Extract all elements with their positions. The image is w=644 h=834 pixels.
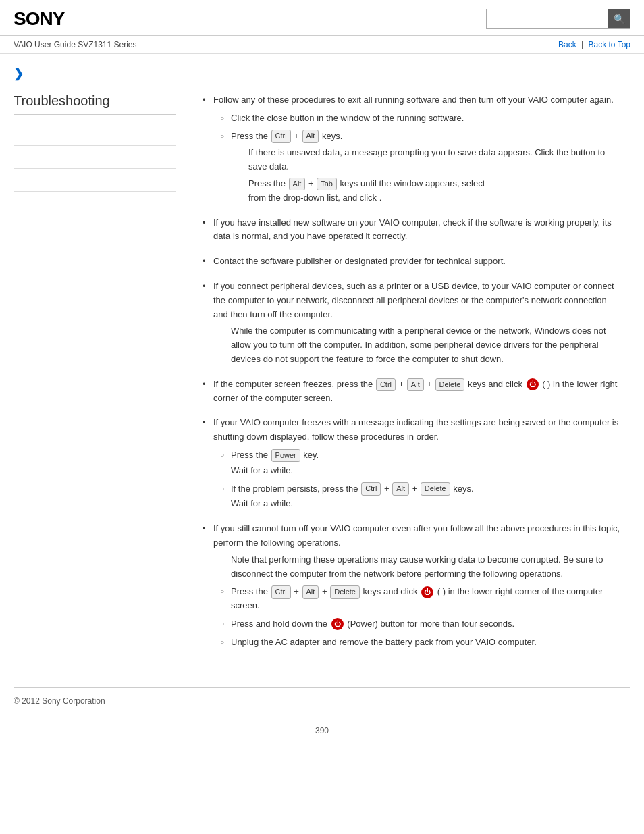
- sidebar-item-7[interactable]: [14, 192, 176, 203]
- bullet1-sublist: Click the close button in the window of …: [220, 111, 624, 205]
- key-ctrl: Ctrl: [271, 130, 291, 143]
- bullet7-text: If you still cannot turn off your VAIO c…: [213, 523, 620, 548]
- key-ctrl3: Ctrl: [361, 482, 381, 496]
- key-del: Delete: [435, 378, 465, 392]
- bullet5-keys-suffix: keys and click: [468, 379, 522, 389]
- sidebar-item-4[interactable]: [14, 157, 176, 169]
- sidebar-item-1[interactable]: [14, 123, 176, 134]
- sidebar-item-3[interactable]: [14, 146, 176, 157]
- key-ctrl2: Ctrl: [376, 378, 396, 392]
- key-power-soft: Power: [271, 449, 300, 463]
- key-del2: Delete: [421, 482, 450, 496]
- power-icon-2: [421, 586, 433, 598]
- footer: © 2012 Sony Corporation: [0, 688, 644, 719]
- bullet-item-1: Follow any of these procedures to exit a…: [203, 93, 624, 205]
- bullet7-note: Note that performing these operations ma…: [231, 553, 624, 581]
- bullet-item-4: If you connect peripheral devices, such …: [203, 280, 624, 367]
- breadcrumb-arrow: ❯: [0, 54, 644, 86]
- main-bullet-list: Follow any of these procedures to exit a…: [203, 93, 624, 650]
- bullet-item-7: If you still cannot turn off your VAIO c…: [203, 522, 624, 649]
- key-alt2: Alt: [289, 178, 306, 191]
- nav-links: Back | Back to Top: [558, 40, 630, 49]
- key-alt4: Alt: [392, 482, 409, 496]
- bullet3-text: Contact the software publisher or design…: [213, 256, 506, 266]
- bullet2-text: If you have installed new software on yo…: [213, 217, 612, 242]
- bullet1-text: Follow any of these procedures to exit a…: [213, 95, 614, 105]
- bullet1-sub2-prefix: Press the: [231, 131, 268, 141]
- bullet-item-3: Contact the software publisher or design…: [203, 255, 624, 269]
- sidebar-item-2[interactable]: [14, 134, 176, 146]
- bullet1-sub2-note: If there is unsaved data, a message prom…: [248, 146, 624, 174]
- content-area: Follow any of these procedures to exit a…: [189, 86, 630, 674]
- key-del3: Delete: [330, 585, 360, 599]
- sony-logo: SONY: [14, 8, 64, 30]
- back-link[interactable]: Back: [558, 40, 576, 49]
- search-button[interactable]: 🔍: [608, 9, 630, 28]
- guide-title: VAIO User Guide SVZ1311 Series: [14, 40, 137, 49]
- bullet7-sub3: Unplug the AC adapter and remove the bat…: [220, 635, 624, 650]
- back-to-top-link[interactable]: Back to Top: [589, 40, 630, 49]
- search-input[interactable]: [487, 9, 608, 28]
- bullet-item-2: If you have installed new software on yo…: [203, 216, 624, 244]
- bullet6-sublist: Press the Power key. Wait for a while. I…: [220, 448, 624, 511]
- sidebar: Troubleshooting: [14, 86, 189, 674]
- bullet5-prefix: If the computer screen freezes, press th…: [213, 379, 373, 389]
- bullet-item-6: If your VAIO computer freezes with a mes…: [203, 416, 624, 511]
- bullet7-sub1: Press the Ctrl + Alt + Delete keys and c…: [220, 585, 624, 613]
- bullet7-sublist: Press the Ctrl + Alt + Delete keys and c…: [220, 585, 624, 649]
- nav-separator: |: [581, 40, 583, 49]
- nav-bar: VAIO User Guide SVZ1311 Series Back | Ba…: [0, 36, 644, 54]
- key-ctrl4: Ctrl: [271, 585, 291, 599]
- bullet6-sub2-note: Wait for a while.: [231, 497, 624, 511]
- key-tab: Tab: [317, 178, 337, 191]
- sidebar-item-5[interactable]: [14, 169, 176, 180]
- bullet6-sub1: Press the Power key. Wait for a while.: [220, 448, 624, 478]
- bullet1-sub2-plus: +: [294, 131, 299, 141]
- key-alt3: Alt: [407, 378, 424, 392]
- bullet6-sub1-note: Wait for a while.: [231, 464, 624, 478]
- bullet1-sub2-suffix: keys.: [322, 131, 342, 141]
- main-layout: Troubleshooting Follow any of these proc…: [0, 86, 644, 674]
- bullet4-note: While the computer is communicating with…: [231, 324, 624, 366]
- page-number: 390: [0, 719, 644, 749]
- power-icon-1: [527, 378, 539, 390]
- copyright-text: © 2012 Sony Corporation: [14, 696, 105, 706]
- bullet7-sub2: Press and hold down the (Power) button f…: [220, 617, 624, 631]
- sidebar-item-6[interactable]: [14, 180, 176, 192]
- sidebar-title: Troubleshooting: [14, 93, 176, 115]
- search-box: 🔍: [486, 9, 630, 29]
- key-alt: Alt: [302, 130, 319, 143]
- key-alt5: Alt: [302, 585, 319, 599]
- bullet1-sub1: Click the close button in the window of …: [220, 111, 624, 126]
- bullet-item-5: If the computer screen freezes, press th…: [203, 377, 624, 406]
- bullet1-sub2: Press the Ctrl + Alt keys. If there is u…: [220, 130, 624, 205]
- bullet6-sub2: If the problem persists, press the Ctrl …: [220, 482, 624, 512]
- bullet1-sub1-text: Click the close button in the window of …: [231, 113, 464, 123]
- power-icon-3: [331, 618, 344, 630]
- header: SONY 🔍: [0, 0, 644, 36]
- bullet4-text: If you connect peripheral devices, such …: [213, 281, 614, 319]
- bullet1-sub2-indent: Press the Alt + Tab keys until the windo…: [248, 177, 624, 205]
- bullet6-text: If your VAIO computer freezes with a mes…: [213, 417, 618, 442]
